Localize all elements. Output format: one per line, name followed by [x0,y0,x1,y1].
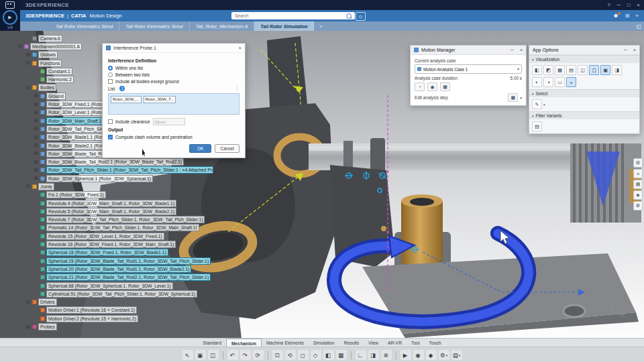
select-cursor-icon[interactable]: ⇖ [532,99,542,109]
paste-icon[interactable]: ▣ [195,350,206,360]
lighting-icon[interactable]: ◐ [532,77,542,87]
tree-node-label[interactable]: Globals [38,51,58,58]
separator[interactable] [351,351,352,359]
checkbox-all-bodies[interactable] [108,79,113,84]
tree-node[interactable]: Spherical.21 (Rotor_3DW_Blade_Tail_Rod2.… [17,274,213,282]
tree-node[interactable]: ⊟ Joints [17,182,213,190]
settings-panel-icon[interactable]: ⚙ [633,201,643,210]
select-icon[interactable]: ⇖ [182,350,193,360]
tree-node-label[interactable]: Probes [38,323,57,330]
parallel-icon[interactable]: ▣ [600,65,610,75]
tree-node-label[interactable]: Fix.1 (Rotor_3DW_Fixed.1) [46,191,106,198]
tree-node-label[interactable]: Ground [46,93,66,100]
tree-node[interactable]: ⊞ Rotor_3DW_Blade_Tail_Rod2.1 (Rotor_3DW… [17,158,213,166]
expand-icon[interactable]: ⊟ [25,300,31,305]
apps-grid-icon[interactable]: ⊞ [625,13,630,19]
shaded-icon[interactable]: ◧ [532,65,542,75]
ribbed-coupling[interactable] [570,143,641,223]
tree-node-label[interactable]: Motion Driver.2 (Revolute.15 + Harmonic.… [46,315,138,322]
tree-node[interactable]: Revolute.5 (Rotor_3DW_Main_Shaft.1, Roto… [17,207,213,215]
close-icon[interactable]: × [239,45,241,51]
search-icon[interactable] [346,13,352,19]
tree-node-label[interactable]: Constant.1 [46,68,72,75]
expand-icon[interactable]: ⊟ [25,60,31,66]
selected-body-chip[interactable]: Rotor_3DW_... [111,96,142,103]
tree-node-label[interactable]: Spherical.18 (Rotor_3DW_Fixed.1, Rotor_3… [46,249,168,256]
tree-node[interactable]: Motion Driver.1 (Revolute.16 + Constant.… [17,306,213,314]
tree-node-label[interactable]: Joints [38,183,54,190]
kebab-menu-icon[interactable]: ⋮ [235,86,239,91]
ground-icon[interactable]: ▭ [555,77,565,87]
tree-node-label[interactable]: Cylindrical.91 (Rotor_3DW_Tail_Pitch_Sli… [46,290,197,298]
separator[interactable] [396,351,396,359]
radio-between-two-lists[interactable] [108,72,113,77]
edit-step-icon[interactable]: ▦ [508,93,518,102]
tree-node-label[interactable]: Revolute.16 (Rotor_3DW_Fixed.1, Rotor_3D… [46,241,176,248]
section-icon[interactable]: ◨ [368,350,379,360]
notes-icon[interactable]: ▤ [633,180,643,189]
tree-node[interactable]: Spherical.20 (Rotor_3DW_Blade_Tail_Rod1.… [17,265,213,273]
expand-icon[interactable]: ⊟ [17,44,23,49]
tree-node-label[interactable]: Rotor_3DW_Blade_Tail_Rod2.1 (Rotor_3DW_B… [46,158,184,166]
ambient-occlusion-icon[interactable]: ◒ [566,77,576,87]
compass-play-icon[interactable]: ▶ [3,10,17,25]
expand-icon[interactable]: ⊞ [34,160,39,165]
search-bar[interactable] [231,12,355,19]
tree-node-label[interactable]: Camera.6 [38,35,62,42]
selection-list[interactable]: Rotor_3DW_...Rotor_3DW_T... [108,93,239,115]
panel-titlebar[interactable]: Motion Manager ─ × [411,46,526,55]
play-simulation-icon[interactable]: ▶ [400,350,411,360]
tree-node[interactable]: Revolute.7 (Rotor_3DW_Tail_Pitch_Slider.… [17,216,213,224]
maximize-icon[interactable]: □ [627,2,631,8]
layers-icon[interactable]: ≡ [633,169,643,178]
settings-icon[interactable]: ⚙▾ [439,350,449,360]
filter-variants-icon[interactable]: ▤ [532,121,542,131]
checkbox-compute-clash[interactable]: ✓ [108,135,113,139]
spherical-joint-ball[interactable] [381,226,386,231]
tree-node-label[interactable]: Revolute.4 (Rotor_3DW_Main_Shaft.1, Roto… [46,200,176,207]
tree-node[interactable]: Spherical.68 (Rotor_3DW_Spherical.1, Rot… [17,282,213,290]
wireframe-view-icon[interactable]: ▦ [336,350,347,360]
document-tab[interactable]: Tail Rotor Kinematics Simul [50,21,119,31]
tree-node-label[interactable]: Spherical.20 (Rotor_3DW_Blade_Tail_Rod1.… [46,265,191,273]
tree-node-label[interactable]: Revolute.15 (Rotor_3DW_Lever.1, Rotor_3D… [46,233,164,240]
perspective-icon[interactable]: ◻ [589,65,599,75]
shaft-collar[interactable] [370,138,385,174]
iso-view-icon[interactable]: ◇ [311,350,321,360]
section-filter-variants[interactable]: ▾ Filter Variants [529,111,639,119]
document-tab[interactable]: Tail Rotor Kinematics Simul [119,21,189,31]
minimize-icon[interactable]: ─ [511,48,514,52]
expand-icon[interactable]: ⊞ [25,324,31,330]
tree-node[interactable]: Revolute.16 (Rotor_3DW_Fixed.1, Rotor_3D… [17,240,213,248]
tree-node-label[interactable]: Functions [38,60,62,67]
fullscreen-icon[interactable]: ◱ [636,21,641,31]
tree-node[interactable]: ⊟ Drivers [17,298,213,306]
tree-node[interactable]: Spherical.18 (Rotor_3DW_Fixed.1, Rotor_3… [17,249,213,257]
tree-node[interactable]: Camera.6 [17,34,213,42]
rotate-view-icon[interactable]: ⟲ [285,350,296,360]
results-storage-icon[interactable]: ▦ [440,82,450,91]
update-icon[interactable]: ⟳ [253,350,264,360]
help-icon[interactable]: ? [608,2,610,8]
tree-node-label[interactable]: Mechanism00000001 A [30,43,82,50]
tree-node[interactable]: Revolute.15 (Rotor_3DW_Lever.1, Rotor_3D… [17,232,213,240]
expand-icon[interactable]: ⊞ [34,143,39,148]
expand-icon[interactable]: ⊞ [34,110,39,115]
materials-icon[interactable]: ◈ [633,190,643,200]
expand-icon[interactable]: ⊞ [34,126,39,131]
tree-node[interactable]: Revolute.4 (Rotor_3DW_Main_Shaft.1, Roto… [17,199,213,207]
tree-node-label[interactable]: Harmonic.2 [46,76,74,83]
tree-node[interactable]: ⊞ Rotor_3DW_Tail_Pitch_Slider.1 (Rotor_3… [17,166,213,174]
tree-node[interactable]: ⊞ Rotor_3DW_Spherical.1 (Rotor_3DW_Spher… [17,174,213,182]
normal-view-icon[interactable]: ◻ [298,350,309,360]
undo-icon[interactable]: ↶ [227,350,238,360]
tree-node-label[interactable]: Revolute.5 (Rotor_3DW_Main_Shaft.1, Roto… [46,208,176,215]
dialog-titlebar[interactable]: Interference Probe.1 × [103,44,245,53]
tree-node-label[interactable]: Rotor_3DW_Tail_Pitch_Slider.1 (Rotor_3DW… [46,166,213,174]
keyframe-icon[interactable]: ◆ [426,350,437,360]
chevron-down-icon[interactable]: ▾ [520,96,522,100]
separator[interactable] [268,351,268,359]
expand-icon[interactable]: ⊞ [34,102,39,107]
section-select[interactable]: ▾ Select [529,89,639,97]
tree-node-label[interactable]: Prismatic.14 (Rotor_3DW_Tail_Pitch_Slide… [46,224,199,231]
